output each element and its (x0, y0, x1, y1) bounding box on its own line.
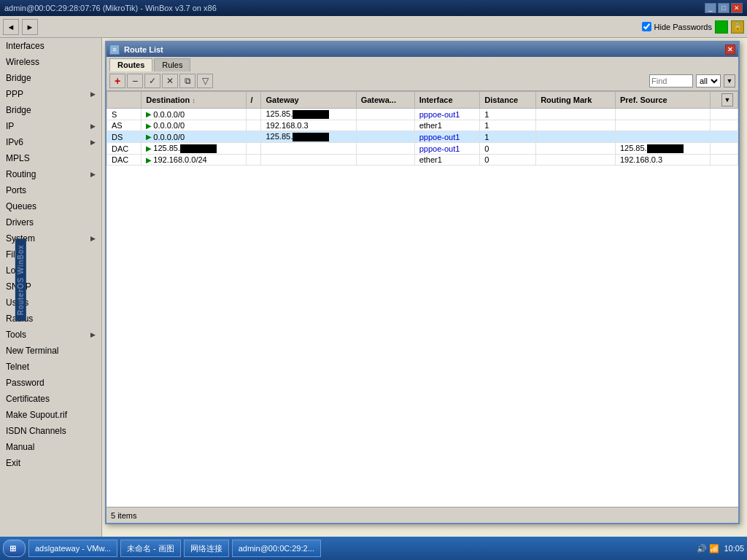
sidebar-item-label: PPP (6, 89, 23, 99)
tab-routes[interactable]: Routes (109, 58, 152, 71)
sidebar-arrow-icon: ▶ (90, 122, 96, 130)
sidebar-item-label: Certificates (6, 394, 50, 404)
col-type (107, 92, 142, 109)
find-dropdown-button[interactable]: ▼ (724, 74, 735, 88)
extra-cell (711, 143, 738, 155)
minimize-button[interactable]: _ (705, 3, 716, 13)
sidebar-item-exit[interactable]: Exit (0, 455, 101, 471)
sidebar-item-bridge[interactable]: Bridge (0, 102, 101, 118)
sidebar-item-mpls[interactable]: MPLS (0, 150, 101, 166)
interface-cell: ether1 (414, 155, 480, 166)
table-row[interactable]: S▶0.0.0.0/0125.85. pppoe-out11 (107, 109, 738, 120)
taskbar-item-winbox[interactable]: admin@00:0C:29:2... (232, 540, 321, 557)
taskbar-item-vmware[interactable]: adslgateway - VMw... (28, 540, 117, 557)
table-row[interactable]: DAC▶125.85. pppoe-out10125.85. (107, 143, 738, 155)
copy-route-button[interactable]: ⧉ (179, 74, 196, 88)
hide-passwords-label[interactable]: Hide Passwords (654, 23, 712, 31)
sidebar-item-ip[interactable]: IP▶ (0, 118, 101, 134)
maximize-button[interactable]: □ (718, 3, 729, 13)
sidebar-item-new-terminal[interactable]: New Terminal (0, 343, 101, 359)
routing-mark-cell (536, 120, 616, 131)
gateway2-cell (356, 109, 414, 120)
taskbar-icons: 🔊 📶 (697, 544, 719, 553)
sidebar-item-ports[interactable]: Ports (0, 182, 101, 198)
hide-passwords-checkbox[interactable] (642, 22, 651, 31)
route-indicator-arrow: ▶ (146, 156, 152, 164)
slash-cell (246, 120, 261, 131)
interface-link[interactable]: pppoe-out1 (419, 110, 460, 119)
col-destination[interactable]: Destination ↕ (142, 92, 246, 109)
toolbar: ◄ ► Hide Passwords 🔒 (0, 16, 747, 38)
sidebar-item-ipv6[interactable]: IPv6▶ (0, 134, 101, 150)
route-table-container: Destination ↕ / Gateway Gatewa... Interf… (107, 91, 738, 507)
destination-text: 0.0.0.0/0 (153, 133, 185, 141)
col-extra-dropdown[interactable]: ▼ (721, 93, 733, 106)
taskbar-item-paint[interactable]: 未命名 - 画图 (120, 540, 181, 557)
sidebar-item-telnet[interactable]: Telnet (0, 359, 101, 375)
sidebar-item-bridge[interactable]: Bridge (0, 70, 101, 86)
sidebar-item-password[interactable]: Password (0, 375, 101, 391)
col-distance[interactable]: Distance (480, 92, 536, 109)
tab-rules[interactable]: Rules (154, 58, 190, 71)
sidebar-item-label: ISDN Channels (6, 426, 66, 436)
main-layout: InterfacesWirelessBridgePPP▶BridgeIP▶IPv… (0, 38, 747, 537)
distance-cell: 1 (480, 120, 536, 131)
pref-source-cell: 125.85. (615, 143, 710, 155)
slash-cell (246, 143, 261, 155)
sidebar-item-interfaces[interactable]: Interfaces (0, 38, 101, 54)
destination-text: 192.168.0.0/24 (153, 155, 206, 164)
window-title-text: Route List (124, 45, 163, 54)
sidebar-item-drivers[interactable]: Drivers (0, 214, 101, 230)
sidebar-item-label: Interfaces (6, 41, 44, 51)
sidebar-item-certificates[interactable]: Certificates (0, 391, 101, 407)
route-type-cell: AS (107, 120, 142, 131)
gateway-cell: 192.168.0.3 (261, 120, 356, 131)
destination-cell: ▶0.0.0.0/0 (142, 109, 246, 120)
table-row[interactable]: DS▶0.0.0.0/0125.85. pppoe-out11 (107, 131, 738, 143)
sidebar-item-manual[interactable]: Manual (0, 439, 101, 455)
sidebar-arrow-icon: ▶ (90, 235, 96, 242)
enable-route-button[interactable]: ✓ (144, 74, 160, 88)
col-routing-mark[interactable]: Routing Mark (536, 92, 616, 109)
col-pref-source[interactable]: Pref. Source (615, 92, 710, 109)
find-filter-select[interactable]: all (696, 74, 721, 88)
col-gateway2[interactable]: Gatewa... (356, 92, 414, 109)
pref-source-cell: 192.168.0.3 (615, 155, 710, 166)
col-interface[interactable]: Interface (414, 92, 480, 109)
close-button[interactable]: ✕ (731, 3, 743, 13)
sidebar-item-make-supout.rif[interactable]: Make Supout.rif (0, 407, 101, 423)
slash-cell (246, 131, 261, 143)
start-button[interactable]: ⊞ (3, 540, 26, 557)
find-input[interactable] (649, 74, 693, 88)
col-gateway[interactable]: Gateway (261, 92, 356, 109)
slash-cell (246, 109, 261, 120)
back-button[interactable]: ◄ (3, 19, 19, 35)
sidebar-item-isdn-channels[interactable]: ISDN Channels (0, 423, 101, 439)
sidebar-item-tools[interactable]: Tools▶ (0, 327, 101, 343)
routing-mark-cell (536, 155, 616, 166)
table-row[interactable]: DAC▶192.168.0.0/24ether10192.168.0.3 (107, 155, 738, 166)
route-indicator-arrow: ▶ (146, 144, 152, 152)
interface-link[interactable]: pppoe-out1 (419, 144, 460, 153)
sidebar-item-label: New Terminal (6, 346, 58, 356)
tab-bar: Routes Rules (107, 57, 738, 71)
window-close-button[interactable]: ✕ (725, 44, 735, 55)
remove-route-button[interactable]: − (127, 74, 143, 88)
sidebar-item-ppp[interactable]: PPP▶ (0, 86, 101, 102)
forward-button[interactable]: ► (22, 19, 38, 35)
interface-cell: ether1 (414, 120, 480, 131)
title-bar-text: admin@00:0C:29:28:07:76 (MikroTik) - Win… (4, 4, 217, 12)
sidebar-item-queues[interactable]: Queues (0, 198, 101, 214)
route-table: Destination ↕ / Gateway Gatewa... Interf… (107, 91, 738, 166)
windows-logo: ⊞ (9, 544, 16, 553)
table-row[interactable]: AS▶0.0.0.0/0192.168.0.3ether11 (107, 120, 738, 131)
sidebar-item-label: Tools (6, 330, 26, 340)
taskbar-item-network[interactable]: 网络连接 (184, 540, 229, 557)
interface-link[interactable]: pppoe-out1 (419, 133, 460, 141)
sidebar-item-wireless[interactable]: Wireless (0, 54, 101, 70)
disable-route-button[interactable]: ✕ (162, 74, 178, 88)
filter-button[interactable]: ▽ (197, 74, 213, 88)
sidebar-item-routing[interactable]: Routing▶ (0, 166, 101, 182)
lock-icon: 🔒 (731, 20, 744, 34)
add-route-button[interactable]: + (109, 74, 125, 88)
